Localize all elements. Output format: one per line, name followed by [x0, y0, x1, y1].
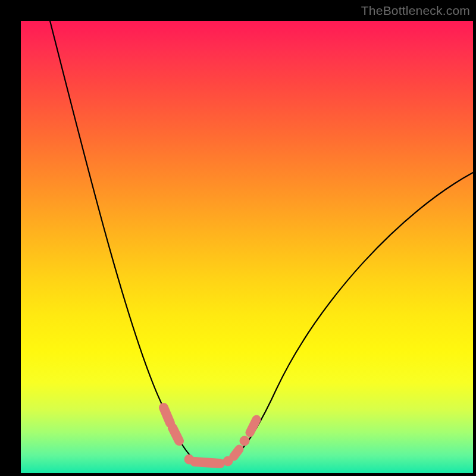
svg-line-0 — [164, 408, 170, 423]
svg-line-5 — [234, 449, 239, 456]
bottleneck-curve — [50, 21, 473, 465]
chart-container: TheBottleneck.com — [0, 0, 476, 476]
svg-point-6 — [240, 436, 249, 446]
curve-layer — [21, 21, 473, 473]
svg-line-7 — [250, 419, 256, 433]
svg-line-1 — [173, 428, 179, 441]
valley-markers — [164, 408, 256, 466]
plot-area — [21, 21, 473, 473]
svg-line-3 — [195, 462, 220, 464]
watermark-text: TheBottleneck.com — [361, 4, 470, 18]
